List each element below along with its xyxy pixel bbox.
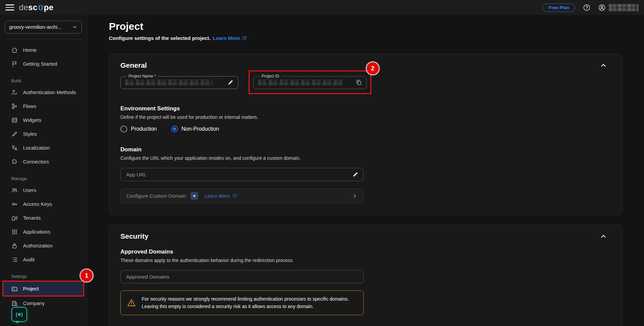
custom-domain-label: Configure Custom Domain: [126, 193, 186, 199]
page-subtitle: Configure settings of the selected proje…: [109, 35, 210, 41]
learn-more-link[interactable]: Learn More: [213, 35, 247, 41]
sidebar-item-applications[interactable]: Applications: [0, 225, 87, 239]
collapse-general-icon[interactable]: [600, 62, 607, 69]
help-icon[interactable]: [583, 4, 591, 12]
sidebar-item-getting-started[interactable]: Getting Started: [0, 57, 87, 71]
general-section-card: General Project Name * Project ID: [109, 53, 623, 215]
sidebar-item-styles[interactable]: Styles: [0, 127, 87, 141]
people-icon: [11, 187, 18, 194]
puzzle-icon: [11, 158, 18, 165]
external-link-icon: [242, 36, 247, 41]
translate-icon: [11, 145, 18, 151]
sidebar-section-build: Build: [0, 71, 87, 85]
warning-triangle-icon: [127, 298, 136, 307]
radio-non-production-circle[interactable]: [171, 126, 178, 132]
list-icon: [11, 256, 18, 263]
security-section-card: Security Approved Domains These domains …: [109, 224, 623, 326]
collapse-security-icon[interactable]: [600, 233, 607, 240]
topbar: descpe Free Plan: [0, 0, 644, 15]
chevron-down-icon: [72, 24, 77, 30]
custom-domain-learn-more-link[interactable]: Learn More: [205, 193, 237, 199]
premium-star-icon: ★: [190, 192, 198, 200]
sidebar-item-authentication-methods[interactable]: Authentication Methods: [0, 85, 87, 99]
sidebar-section-manage: Manage: [0, 169, 87, 183]
sidebar-item-localization[interactable]: Localization: [0, 141, 87, 155]
home-icon: [11, 47, 18, 53]
project-name-label: Project Name *: [127, 74, 158, 79]
project-name-field[interactable]: Project Name *: [120, 74, 238, 89]
lock-icon: [11, 242, 18, 249]
project-name-value-redacted: [125, 80, 212, 85]
username-redacted: [609, 4, 639, 11]
security-warning-box: For security reasons we strongly recomme…: [120, 290, 364, 315]
environment-settings-desc: Define if the project will be used for p…: [120, 114, 611, 120]
grid-icon: [11, 229, 18, 235]
warning-line-1: For security reasons we strongly recomme…: [142, 295, 349, 303]
app-url-input-wrap: [120, 168, 364, 181]
project-id-value-redacted: [258, 80, 343, 85]
sidebar-item-access-keys[interactable]: Access Keys: [0, 197, 87, 211]
support-chat-widget[interactable]: (✳): [12, 307, 27, 322]
project-id-field[interactable]: Project ID: [253, 74, 367, 89]
page-title: Project: [109, 21, 623, 32]
building-icon: [11, 300, 18, 307]
person-check-icon: [11, 89, 18, 96]
configure-custom-domain-row[interactable]: Configure Custom Domain ★ Learn More: [120, 189, 364, 203]
sidebar-item-widgets[interactable]: Widgets: [0, 113, 87, 127]
annotation-step-1: 1: [80, 269, 93, 282]
project-id-highlight-box: Project ID 2: [249, 70, 371, 94]
approved-domains-title: Approved Domains: [120, 248, 611, 255]
domain-title: Domain: [120, 146, 611, 153]
sidebar-item-project[interactable]: Project 1: [3, 282, 83, 296]
external-link-icon: [232, 193, 237, 198]
copy-icon[interactable]: [355, 79, 362, 86]
annotation-step-2: 2: [366, 62, 380, 75]
sidebar-item-home[interactable]: Home: [0, 43, 87, 57]
radio-non-production[interactable]: Non-Production: [171, 126, 219, 132]
radio-production-circle[interactable]: [120, 126, 127, 132]
edit-pencil-icon[interactable]: [352, 171, 359, 178]
flag-icon: [11, 61, 18, 67]
general-section-title: General: [120, 61, 147, 69]
edit-pencil-icon[interactable]: [227, 79, 234, 86]
environment-settings-title: Environment Settings: [120, 105, 611, 112]
sidebar-item-audit[interactable]: Audit: [0, 253, 87, 266]
free-plan-button[interactable]: Free Plan: [543, 3, 575, 12]
tenant-building-icon: [11, 215, 18, 221]
menu-icon[interactable]: [5, 4, 14, 10]
security-section-title: Security: [120, 232, 148, 240]
radio-production[interactable]: Production: [120, 126, 157, 132]
flow-chart-icon: [11, 103, 18, 110]
folder-icon: [11, 285, 18, 292]
sidebar-item-authorization[interactable]: Authorization: [0, 239, 87, 253]
brush-icon: [11, 131, 18, 137]
sidebar-item-tenants[interactable]: Tenants: [0, 211, 87, 225]
descope-chat-icon: (✳): [16, 312, 23, 317]
warning-line-2: Leaving this empty is considered a secur…: [142, 303, 349, 310]
sidebar-item-flows[interactable]: Flows: [0, 99, 87, 113]
approved-domains-desc: These domains apply to the authenticatio…: [120, 258, 611, 263]
main-content: Project Configure settings of the select…: [87, 15, 644, 326]
sidebar-item-connectors[interactable]: Connectors: [0, 155, 87, 169]
approved-domains-input[interactable]: [125, 274, 359, 280]
sidebar-section-settings: Settings: [0, 266, 87, 281]
chevron-right-icon: [352, 193, 358, 199]
project-id-label: Project ID: [260, 74, 281, 79]
sidebar-divider: [5, 39, 82, 40]
sidebar-item-users[interactable]: Users: [0, 183, 87, 197]
project-selector[interactable]: groovy-vermilion-archi...: [5, 21, 82, 34]
rows-icon: [11, 117, 18, 124]
avatar-icon: [598, 4, 606, 12]
approved-domains-input-wrap: [120, 270, 364, 283]
app-url-input[interactable]: [125, 171, 352, 178]
descope-logo: descpe: [19, 3, 53, 12]
descope-o-icon: [38, 4, 44, 11]
key-icon: [11, 201, 18, 208]
domain-desc: Configure the URL which your application…: [120, 155, 611, 161]
sidebar: groovy-vermilion-archi... Home Getting S…: [0, 15, 87, 326]
account-menu[interactable]: [598, 4, 639, 12]
